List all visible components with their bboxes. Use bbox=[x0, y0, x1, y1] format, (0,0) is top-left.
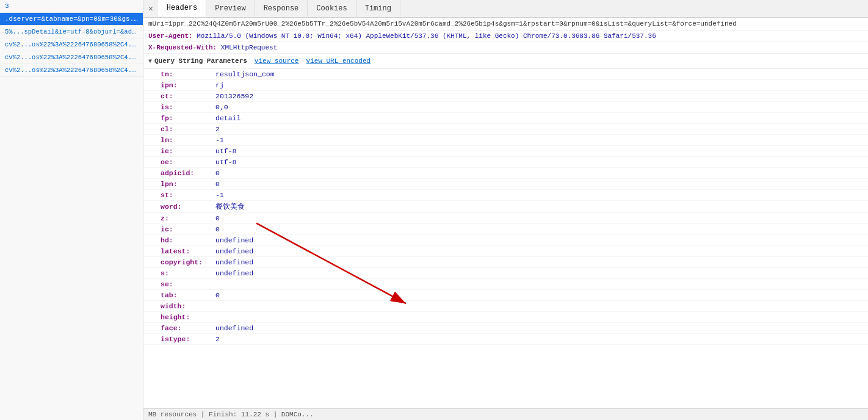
param-key-16: latest: bbox=[161, 247, 215, 255]
section-toggle[interactable]: ▼ Query String Parameters bbox=[148, 57, 247, 65]
param-row-20: tab: 0 bbox=[143, 290, 868, 301]
close-icon[interactable]: ✕ bbox=[143, 0, 158, 17]
param-row-16: latest: undefined bbox=[143, 246, 868, 257]
view-url-encoded-link[interactable]: view URL encoded bbox=[306, 57, 371, 65]
param-value-8: utf-8 bbox=[215, 158, 237, 166]
sidebar-item-5[interactable]: cv%2...os%22%3A%222647680658%2C4... bbox=[0, 64, 143, 77]
section-title: Query String Parameters bbox=[154, 57, 247, 65]
param-value-5: 2 bbox=[215, 125, 220, 133]
status-text: MB resources | Finish: 11.22 s | DOMCo..… bbox=[148, 411, 314, 418]
param-row-19: se: bbox=[143, 279, 868, 290]
param-row-3: is: 0,0 bbox=[143, 102, 868, 113]
tab-preview[interactable]: Preview bbox=[206, 1, 255, 16]
param-row-22: height: bbox=[143, 312, 868, 323]
param-key-2: ct: bbox=[161, 92, 215, 100]
sidebar-item-2[interactable]: 5%...spDetail&ie=utf-8&objurl=&adiswis..… bbox=[0, 26, 143, 38]
param-value-23: undefined bbox=[215, 324, 253, 332]
tab-timing[interactable]: Timing bbox=[356, 1, 400, 16]
param-value-17: undefined bbox=[215, 258, 253, 266]
param-row-24: istype: 2 bbox=[143, 334, 868, 345]
param-key-3: is: bbox=[161, 103, 215, 111]
params-container: tn: resultjson_comipn: rjct: 201326592is… bbox=[143, 69, 868, 408]
param-key-11: st: bbox=[161, 191, 215, 199]
user-agent-key: User-Agent: bbox=[148, 32, 193, 40]
sidebar-item-3[interactable]: cv%2...os%22%3A%222647680658%2C4... bbox=[0, 38, 143, 51]
param-row-12: word: 餐饮美食 bbox=[143, 201, 868, 213]
param-row-14: ic: 0 bbox=[143, 224, 868, 235]
param-key-18: s: bbox=[161, 269, 215, 277]
tab-response[interactable]: Response bbox=[255, 1, 308, 16]
param-key-13: z: bbox=[161, 214, 215, 222]
tab-headers[interactable]: Headers bbox=[158, 0, 206, 17]
param-value-15: undefined bbox=[215, 236, 253, 244]
param-row-18: s: undefined bbox=[143, 268, 868, 279]
param-row-0: tn: resultjson_com bbox=[143, 69, 868, 80]
param-row-21: width: bbox=[143, 301, 868, 312]
param-value-3: 0,0 bbox=[215, 103, 228, 111]
param-value-4: detail bbox=[215, 114, 241, 122]
x-requested-key: X-Requested-With: bbox=[148, 44, 217, 51]
param-value-9: 0 bbox=[215, 169, 220, 177]
param-value-18: undefined bbox=[215, 269, 253, 277]
main-panel: ✕ Headers Preview Response Cookies Timin… bbox=[143, 0, 868, 420]
sidebar-item-0[interactable]: 3 bbox=[0, 0, 143, 13]
param-row-4: fp: detail bbox=[143, 113, 868, 124]
user-agent-header: User-Agent: Mozilla/5.0 (Windows NT 10.0… bbox=[143, 31, 868, 42]
param-row-10: lpn: 0 bbox=[143, 179, 868, 190]
param-value-11: -1 bbox=[215, 191, 224, 199]
param-value-6: -1 bbox=[215, 136, 224, 144]
param-key-20: tab: bbox=[161, 291, 215, 299]
param-key-5: cl: bbox=[161, 125, 215, 133]
param-key-10: lpn: bbox=[161, 180, 215, 188]
param-value-10: 0 bbox=[215, 180, 220, 188]
param-key-24: istype: bbox=[161, 335, 215, 343]
param-value-2: 201326592 bbox=[215, 92, 253, 100]
status-bar: MB resources | Finish: 11.22 s | DOMCo..… bbox=[143, 408, 868, 420]
tab-cookies[interactable]: Cookies bbox=[308, 1, 356, 16]
param-row-17: copyright: undefined bbox=[143, 257, 868, 268]
param-key-14: ic: bbox=[161, 225, 215, 233]
param-key-23: face: bbox=[161, 324, 215, 332]
x-requested-val: XMLHttpRequest bbox=[221, 44, 277, 51]
sidebar-item-1[interactable]: .dserver=&tabname=&pn=0&m=30&gs... bbox=[0, 13, 143, 26]
param-key-7: ie: bbox=[161, 147, 215, 155]
param-key-17: copyright: bbox=[161, 258, 215, 266]
param-key-6: lm: bbox=[161, 136, 215, 144]
param-key-19: se: bbox=[161, 280, 215, 288]
param-row-6: lm: -1 bbox=[143, 135, 868, 146]
param-key-12: word: bbox=[161, 203, 215, 211]
param-row-11: st: -1 bbox=[143, 190, 868, 201]
param-value-0: resultjson_com bbox=[215, 70, 275, 78]
param-row-15: hd: undefined bbox=[143, 235, 868, 246]
param-key-8: oe: bbox=[161, 158, 215, 166]
user-agent-val: Mozilla/5.0 (Windows NT 10.0; Win64; x64… bbox=[197, 32, 656, 40]
param-value-24: 2 bbox=[215, 335, 220, 343]
triangle-icon: ▼ bbox=[148, 58, 152, 65]
param-value-20: 0 bbox=[215, 291, 220, 299]
view-source-link[interactable]: view source bbox=[255, 57, 299, 65]
param-row-8: oe: utf-8 bbox=[143, 157, 868, 168]
param-key-15: hd: bbox=[161, 236, 215, 244]
param-key-4: fp: bbox=[161, 114, 215, 122]
param-key-0: tn: bbox=[161, 70, 215, 78]
query-section-header: ▼ Query String Parameters view source vi… bbox=[143, 54, 868, 69]
sidebar-item-4[interactable]: cv%2...os%22%3A%222647680658%2C4... bbox=[0, 51, 143, 64]
param-value-16: undefined bbox=[215, 247, 253, 255]
param-key-21: width: bbox=[161, 302, 215, 310]
tab-bar: ✕ Headers Preview Response Cookies Timin… bbox=[143, 0, 868, 18]
param-row-7: ie: utf-8 bbox=[143, 146, 868, 157]
url-bar: mUri=1ppr_22C%24Q4Z0m5rA20m5rU00_2%26e5b… bbox=[143, 18, 868, 31]
param-row-13: z: 0 bbox=[143, 213, 868, 224]
param-key-1: ipn: bbox=[161, 81, 215, 89]
sidebar: 3 .dserver=&tabname=&pn=0&m=30&gs... 5%.… bbox=[0, 0, 143, 420]
param-row-23: face: undefined bbox=[143, 323, 868, 334]
param-row-5: cl: 2 bbox=[143, 124, 868, 135]
x-requested-header: X-Requested-With: XMLHttpRequest bbox=[143, 42, 868, 54]
param-row-9: adpicid: 0 bbox=[143, 168, 868, 179]
param-value-7: utf-8 bbox=[215, 147, 237, 155]
param-value-13: 0 bbox=[215, 214, 220, 222]
param-value-12: 餐饮美食 bbox=[215, 202, 245, 211]
param-value-14: 0 bbox=[215, 225, 220, 233]
param-key-22: height: bbox=[161, 313, 215, 321]
param-row-1: ipn: rj bbox=[143, 80, 868, 91]
